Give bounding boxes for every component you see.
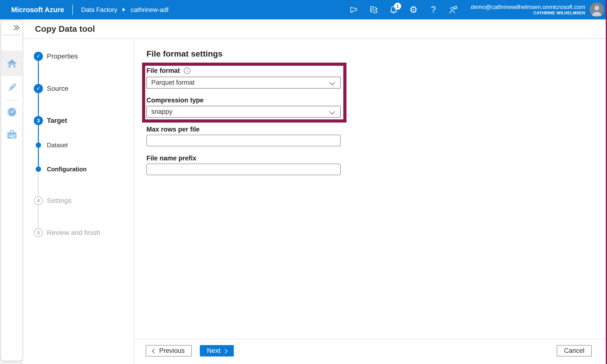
breadcrumb: Data Factory cathrinew-adf xyxy=(81,6,169,13)
cancel-button[interactable]: Cancel xyxy=(557,345,592,356)
gauge-icon xyxy=(6,106,18,118)
step-dot-icon xyxy=(36,143,41,148)
compression-type-dropdown[interactable]: snappy xyxy=(146,106,341,118)
home-icon xyxy=(6,57,18,69)
compression-label-row: Compression type xyxy=(146,97,204,104)
topbar-separator xyxy=(72,5,73,15)
notifications-bell-icon[interactable]: 1 xyxy=(389,5,398,14)
step-check-icon: ✓ xyxy=(34,84,43,93)
chevron-down-icon xyxy=(329,79,335,85)
sidebar-item-manage[interactable] xyxy=(1,123,22,146)
max-rows-label-row: Max rows per file xyxy=(146,126,199,133)
breadcrumb-app[interactable]: Data Factory xyxy=(81,6,117,13)
step-dot-icon xyxy=(36,167,41,172)
footer-divider xyxy=(135,339,607,339)
sidebar-item-home[interactable] xyxy=(1,51,22,76)
step-label: Properties xyxy=(47,52,78,60)
step-label: Settings xyxy=(47,197,71,205)
file-format-value: Parquet format xyxy=(151,79,195,86)
info-icon[interactable]: i xyxy=(184,67,190,74)
step-number: 4 xyxy=(34,196,43,205)
pencil-icon xyxy=(6,81,18,94)
chevron-down-icon xyxy=(329,108,335,114)
expand-nav-button[interactable] xyxy=(12,23,21,32)
right-edge-highlight-line xyxy=(606,0,607,364)
compression-type-label: Compression type xyxy=(146,97,204,104)
prefix-label-row: File name prefix xyxy=(146,155,197,162)
sidebar-item-author[interactable] xyxy=(1,77,22,99)
file-format-dropdown[interactable]: Parquet format xyxy=(146,77,341,89)
user-email: demo@cathrinewilhelmsen.onmicrosoft.com xyxy=(471,4,585,11)
max-rows-input[interactable] xyxy=(146,135,341,146)
next-button[interactable]: Next xyxy=(200,345,234,356)
avatar[interactable] xyxy=(590,2,604,17)
feedback-person-icon[interactable] xyxy=(449,5,458,14)
wizard-stepper: ✓ Properties ✓ Source 3 Target Dataset C… xyxy=(23,39,134,364)
step-label: Dataset xyxy=(47,142,68,149)
section-heading: File format settings xyxy=(146,49,223,58)
help-icon[interactable]: ? xyxy=(429,5,438,14)
breadcrumb-resource[interactable]: cathrinew-adf xyxy=(131,6,169,13)
page-header: Copy Data tool xyxy=(23,19,607,39)
settings-gear-icon[interactable]: ⚙ xyxy=(409,5,418,14)
account-menu[interactable]: demo@cathrinewilhelmsen.onmicrosoft.com … xyxy=(471,4,585,15)
step-number: 5 xyxy=(34,228,43,237)
toolbox-icon xyxy=(6,128,18,141)
page-title: Copy Data tool xyxy=(35,24,95,34)
step-label: Review and finish xyxy=(47,229,100,237)
chevron-left-icon xyxy=(152,349,157,353)
notification-badge: 1 xyxy=(394,3,401,10)
topbar-icon-group: 1 ⚙ ? xyxy=(349,5,458,14)
step-label: Configuration xyxy=(47,166,87,173)
topbar: Microsoft Azure Data Factory cathrinew-a… xyxy=(0,0,607,19)
compression-type-value: snappy xyxy=(151,108,172,116)
left-nav xyxy=(1,21,22,361)
next-button-label: Next xyxy=(207,347,221,354)
file-format-label-row: File format i xyxy=(146,67,190,75)
file-name-prefix-input[interactable] xyxy=(146,164,341,175)
file-name-prefix-label: File name prefix xyxy=(146,155,197,162)
switch-data-factory-icon[interactable] xyxy=(369,5,378,14)
previous-button[interactable]: Previous xyxy=(146,345,192,356)
previous-button-label: Previous xyxy=(159,347,185,354)
step-check-icon: ✓ xyxy=(34,52,43,61)
max-rows-label: Max rows per file xyxy=(146,126,199,133)
sidebar-item-monitor[interactable] xyxy=(1,102,22,123)
wizard-content: File format settings File format i Parqu… xyxy=(135,39,607,364)
step-number: 3 xyxy=(34,116,43,125)
user-name: CATHRINE WILHELMSEN xyxy=(471,11,585,15)
stepper-line-done xyxy=(38,56,39,169)
announcements-icon[interactable] xyxy=(349,5,358,14)
azure-brand[interactable]: Microsoft Azure xyxy=(11,6,64,14)
topbar-actions: 1 ⚙ ? demo@cathrinewilhelmsen.onmicrosof… xyxy=(349,0,607,19)
file-format-label: File format xyxy=(146,67,180,75)
cancel-button-label: Cancel xyxy=(564,347,584,354)
step-label: Source xyxy=(47,85,68,92)
nav-divider xyxy=(4,100,20,101)
breadcrumb-chevron-icon xyxy=(123,8,125,12)
step-label: Target xyxy=(47,117,67,125)
chevron-right-icon xyxy=(223,349,227,353)
